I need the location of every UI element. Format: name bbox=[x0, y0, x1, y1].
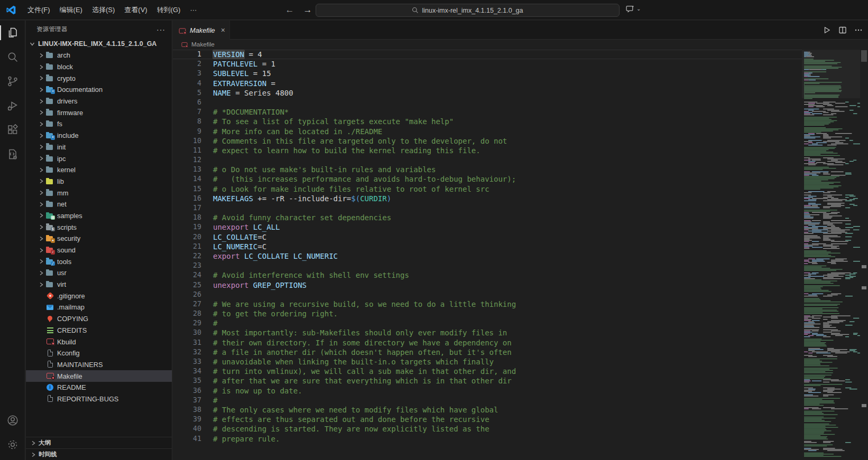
folder-security-icon: ● bbox=[45, 234, 54, 243]
activity-search-icon[interactable] bbox=[0, 45, 25, 69]
tree-item-credits[interactable]: CREDITS bbox=[26, 325, 172, 336]
tree-item-security[interactable]: ●security bbox=[26, 233, 172, 245]
tree-item-makefile[interactable]: Makefile bbox=[26, 370, 172, 382]
code-line-13: 13# o Do not use make's built-in rules a… bbox=[173, 165, 802, 174]
line-content: # expect to learn how to build the kerne… bbox=[201, 146, 481, 155]
tree-item-copying[interactable]: COPYING bbox=[26, 313, 172, 325]
tree-item-tools[interactable]: ╱tools bbox=[26, 256, 172, 267]
tree-item-label: .gitignore bbox=[57, 292, 85, 300]
line-number: 6 bbox=[173, 98, 201, 107]
code-line-38: 38# The only cases where we need to modi… bbox=[173, 405, 802, 415]
chevron-right-icon bbox=[37, 280, 45, 289]
activity-settings-icon[interactable] bbox=[0, 433, 25, 457]
nav-back-icon[interactable]: ← bbox=[283, 5, 296, 15]
code-line-11: 11# expect to learn how to build the ker… bbox=[173, 146, 802, 155]
tree-item-label: drivers bbox=[57, 97, 77, 105]
line-content: # More info can be located in ./README bbox=[201, 127, 382, 136]
menu-item-1[interactable]: 编辑(E) bbox=[55, 4, 87, 16]
tree-item-lib[interactable]: lib bbox=[26, 176, 172, 187]
tab-makefile[interactable]: Makefile × bbox=[173, 21, 230, 40]
tree-item-label: samples bbox=[57, 212, 82, 220]
scrollbar-slider[interactable] bbox=[861, 50, 867, 62]
tree-item-crypto[interactable]: crypto bbox=[26, 72, 172, 84]
line-content: # is now up to date. bbox=[201, 386, 302, 396]
code-editor[interactable]: 1VERSION = 42PATCHLEVEL = 13SUBLEVEL = 1… bbox=[173, 50, 802, 460]
tree-root-folder[interactable]: LINUX-IMX-REL_IMX_4.1.15_2.1.0_GA bbox=[26, 38, 172, 50]
tree-item-include[interactable]: +include bbox=[26, 130, 172, 142]
tree-item-virt[interactable]: virt bbox=[26, 279, 172, 290]
tree-item-kbuild[interactable]: Kbuild bbox=[26, 336, 172, 348]
sidebar-section-outline[interactable]: 大纲 bbox=[26, 437, 172, 448]
tree-item-kconfig[interactable]: Kconfig bbox=[26, 348, 172, 359]
menu-item-4[interactable]: 转到(G) bbox=[152, 4, 186, 16]
breadcrumbs[interactable]: Makefile bbox=[173, 40, 868, 49]
tree-item-init[interactable]: init bbox=[26, 142, 172, 153]
sidebar-more-actions[interactable]: ··· bbox=[156, 25, 165, 34]
code-line-20: 20LC_COLLATE=C bbox=[173, 232, 802, 242]
tree-item-firmware[interactable]: firmware bbox=[26, 107, 172, 118]
line-content: # o Do not use make's built-in rules and… bbox=[201, 165, 436, 174]
run-button[interactable] bbox=[823, 26, 831, 34]
activity-explorer-icon[interactable] bbox=[0, 21, 25, 45]
tree-item-usr[interactable]: usr bbox=[26, 267, 172, 279]
tree-item-documentation[interactable]: ≡Documentation bbox=[26, 84, 172, 96]
tree-item--mailmap[interactable]: .mailmap bbox=[26, 302, 172, 313]
chevron-down-icon: ⌄ bbox=[636, 6, 641, 12]
breadcrumb-item[interactable]: Makefile bbox=[191, 41, 215, 48]
minimap-slider[interactable] bbox=[802, 50, 860, 98]
tree-item-samples[interactable]: ▦samples bbox=[26, 210, 172, 222]
copilot-menu[interactable]: ⌄ bbox=[626, 4, 641, 13]
folder-lib-icon bbox=[45, 177, 54, 185]
folder-icon bbox=[45, 63, 54, 71]
tree-item-arch[interactable]: arch bbox=[26, 50, 172, 61]
code-line-31: 31# their own directory. If in some dire… bbox=[173, 338, 802, 348]
nav-forward-icon[interactable]: → bbox=[301, 5, 314, 15]
line-content: # Comments in this file are targeted onl… bbox=[201, 136, 507, 146]
minimap[interactable] bbox=[802, 50, 860, 460]
sidebar-section-timeline[interactable]: 时间线 bbox=[26, 448, 172, 460]
activity-source-control-icon[interactable] bbox=[0, 69, 25, 93]
menu-item-0[interactable]: 文件(F) bbox=[23, 4, 55, 16]
tree-item-readme[interactable]: iREADME bbox=[26, 382, 172, 393]
menu-item-2[interactable]: 选择(S) bbox=[87, 4, 119, 16]
vertical-scrollbar[interactable] bbox=[860, 50, 868, 460]
tree-item-block[interactable]: block bbox=[26, 61, 172, 73]
file-icon bbox=[48, 350, 53, 356]
code-line-27: 27# We are using a recursive build, so w… bbox=[173, 299, 802, 309]
tree-item-net[interactable]: net bbox=[26, 199, 172, 210]
menu-item-3[interactable]: 查看(V) bbox=[119, 4, 152, 16]
chevron-right-icon bbox=[37, 108, 45, 117]
line-number: 28 bbox=[173, 309, 201, 318]
activity-account-icon[interactable] bbox=[0, 408, 25, 433]
menu-more[interactable]: ··· bbox=[185, 4, 201, 16]
command-center-search[interactable]: linux-imx-rel_imx_4.1.15_2.1.0_ga bbox=[316, 4, 620, 17]
line-number: 3 bbox=[173, 69, 201, 78]
code-line-36: 36# is now up to date. bbox=[173, 386, 802, 396]
tree-item-reporting-bugs[interactable]: REPORTING-BUGS bbox=[26, 393, 172, 405]
line-number: 18 bbox=[173, 213, 201, 222]
tree-item-sound[interactable]: ♪sound bbox=[26, 245, 172, 256]
split-editor-button[interactable] bbox=[838, 26, 847, 34]
tree-item-scripts[interactable]: $scripts bbox=[26, 221, 172, 233]
tree-item-ipc[interactable]: ipc bbox=[26, 153, 172, 164]
line-content: unexport LC_ALL bbox=[201, 222, 280, 232]
tree-item-label: ipc bbox=[57, 155, 66, 163]
tree-item-label: security bbox=[57, 234, 80, 242]
folder-icon bbox=[45, 143, 54, 151]
line-number: 29 bbox=[173, 318, 201, 328]
more-actions-button[interactable] bbox=[854, 26, 863, 34]
activity-extensions-icon[interactable] bbox=[0, 118, 25, 142]
tree-item--gitignore[interactable]: .gitignore bbox=[26, 290, 172, 302]
tree-item-drivers[interactable]: drivers bbox=[26, 96, 172, 107]
activity-makefile-tools-icon[interactable] bbox=[0, 142, 25, 166]
tree-item-fs[interactable]: fs bbox=[26, 118, 172, 130]
title-bar: 文件(F)编辑(E)选择(S)查看(V)转到(G)··· ← → linux-i… bbox=[0, 0, 868, 20]
tab-close-icon[interactable]: × bbox=[221, 26, 225, 34]
tree-item-maintainers[interactable]: MAINTAINERS bbox=[26, 359, 172, 371]
tree-item-mm[interactable]: mm bbox=[26, 187, 172, 199]
activity-run-debug-icon[interactable] bbox=[0, 93, 25, 118]
line-number: 4 bbox=[173, 79, 201, 88]
code-line-37: 37# bbox=[173, 396, 802, 405]
tree-item-kernel[interactable]: kernel bbox=[26, 164, 172, 176]
tree-item-label: arch bbox=[57, 51, 70, 59]
